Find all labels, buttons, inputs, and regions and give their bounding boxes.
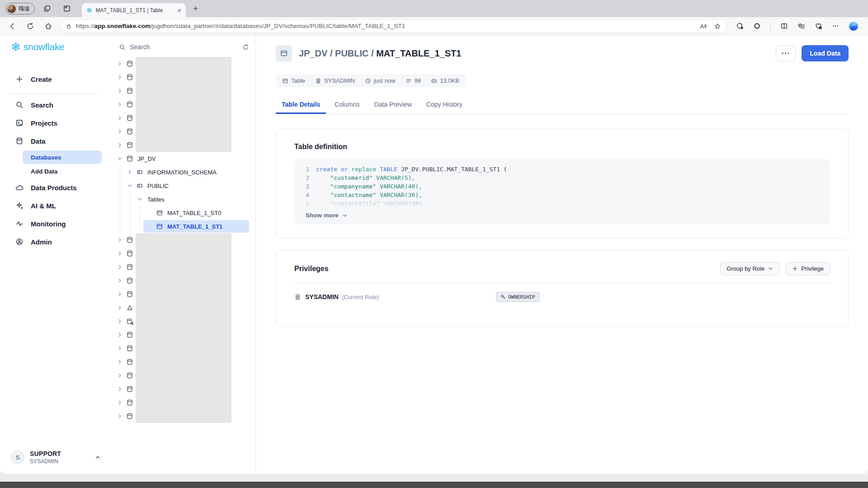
chevron-right-icon[interactable] xyxy=(116,128,123,135)
tree-row-database[interactable] xyxy=(110,260,255,274)
sidebar-item-data[interactable]: Data xyxy=(8,132,102,150)
chevron-right-icon[interactable] xyxy=(116,250,123,257)
chevron-right-icon[interactable] xyxy=(116,413,123,420)
more-actions-button[interactable]: ··· xyxy=(776,45,796,61)
tree-row-public[interactable]: PUBLIC xyxy=(110,179,255,192)
extensions-clover-icon[interactable] xyxy=(753,22,761,30)
read-aloud-icon[interactable] xyxy=(699,23,707,30)
chevron-right-icon[interactable] xyxy=(116,345,123,352)
tree-row-shared-database[interactable] xyxy=(110,314,255,328)
tree-row-database[interactable] xyxy=(110,409,255,423)
tree-row-database[interactable] xyxy=(110,355,255,369)
chevron-right-icon[interactable] xyxy=(116,358,123,366)
new-tab-button[interactable]: + xyxy=(193,4,198,14)
tab-columns[interactable]: Columns xyxy=(329,96,365,114)
back-icon[interactable] xyxy=(5,19,19,33)
chevron-right-icon[interactable] xyxy=(116,277,123,284)
chevron-right-icon[interactable] xyxy=(116,74,123,81)
tree-row-database[interactable] xyxy=(110,382,255,396)
tree-row-database[interactable] xyxy=(110,247,255,260)
chevron-right-icon[interactable] xyxy=(116,87,123,94)
home-icon[interactable] xyxy=(42,19,55,33)
tree-row-database[interactable] xyxy=(110,274,255,287)
chevron-right-icon[interactable] xyxy=(116,331,123,338)
tab-data-preview[interactable]: Data Preview xyxy=(368,96,418,114)
tree-row-information_schema[interactable]: INFORMATION_SCHEMA xyxy=(110,165,255,179)
chevron-right-icon[interactable] xyxy=(116,101,123,108)
group-by-role-button[interactable]: Group by Role xyxy=(720,262,780,275)
chevron-right-icon[interactable] xyxy=(116,291,123,298)
favorites-bar-icon[interactable] xyxy=(797,22,805,30)
address-bar[interactable]: https://app.snowflake.com/jugdhon/cdata_… xyxy=(60,19,727,33)
split-screen-icon[interactable] xyxy=(780,22,788,30)
tree-row-jp_dv[interactable]: JP_DV xyxy=(110,152,255,165)
account-menu[interactable]: S SUPPORT SYSADMIN xyxy=(11,450,101,465)
chevron-right-icon[interactable] xyxy=(116,114,123,122)
sidebar-item-search[interactable]: Search xyxy=(8,96,102,114)
chevron-right-icon[interactable] xyxy=(116,236,123,244)
chevron-right-icon[interactable] xyxy=(126,169,133,176)
tab-table-details[interactable]: Table Details xyxy=(276,96,326,114)
browser-profile-button[interactable]: 職場 xyxy=(5,3,35,14)
sidebar-item-data-products[interactable]: Data Products xyxy=(8,178,102,197)
tree-row-database[interactable] xyxy=(110,57,255,70)
chevron-right-icon[interactable] xyxy=(116,263,123,271)
tree-row-database[interactable] xyxy=(110,70,255,84)
sidebar-item-projects[interactable]: Projects xyxy=(8,114,102,132)
tree-row-database[interactable] xyxy=(110,84,255,98)
tree-row-app[interactable] xyxy=(110,301,255,314)
tree-row-database[interactable] xyxy=(110,342,255,355)
tree-row-database[interactable] xyxy=(110,111,255,125)
copilot-icon[interactable] xyxy=(849,22,858,31)
browser-tab[interactable]: ❄ MAT_TABLE_1_ST1 | Table × xyxy=(82,3,186,17)
add-privilege-button[interactable]: Privilege xyxy=(786,262,830,275)
sidebar-subitem-add-data[interactable]: Add Data xyxy=(23,164,102,178)
refresh-tree-icon[interactable] xyxy=(242,44,249,51)
chevron-right-icon[interactable] xyxy=(116,318,123,325)
tree-row-mat_table_1_st1[interactable]: MAT_TABLE_1_ST1 xyxy=(110,220,255,233)
load-data-button[interactable]: Load Data xyxy=(802,45,849,61)
chevron-right-icon[interactable] xyxy=(116,304,123,311)
tree-search-input[interactable] xyxy=(130,43,238,51)
clock-icon xyxy=(365,78,371,84)
chevron-down-icon[interactable] xyxy=(136,196,143,203)
sidebar-item-monitoring[interactable]: Monitoring xyxy=(8,215,102,233)
sidebar-item-label: Data xyxy=(31,137,46,145)
chevron-right-icon[interactable] xyxy=(116,399,123,406)
tree-row-mat_table_1_st0[interactable]: MAT_TABLE_1_ST0 xyxy=(110,206,255,220)
browser-essentials-icon[interactable] xyxy=(815,22,822,30)
tree-item-label: PUBLIC xyxy=(147,183,169,189)
show-more-button[interactable]: Show more xyxy=(294,208,830,225)
database-icon xyxy=(126,345,133,352)
chevron-right-icon[interactable] xyxy=(116,385,123,393)
password-manager-icon[interactable] xyxy=(736,22,744,30)
tree-row-database[interactable] xyxy=(110,125,255,138)
tab-close-icon[interactable]: × xyxy=(177,7,181,14)
tree-row-tables[interactable]: Tables xyxy=(110,192,255,206)
snowflake-logo[interactable]: ❄ snowflake xyxy=(11,41,102,53)
tab-copy-history[interactable]: Copy History xyxy=(420,96,468,114)
chevron-down-icon[interactable] xyxy=(126,182,133,189)
tree-row-database[interactable] xyxy=(110,233,255,247)
chevron-right-icon[interactable] xyxy=(116,141,123,149)
more-dots-icon[interactable] xyxy=(832,22,840,30)
create-button[interactable]: Create xyxy=(8,70,102,88)
workspaces-icon[interactable] xyxy=(39,2,55,15)
tree-row-database[interactable] xyxy=(110,287,255,301)
tree-row-database[interactable] xyxy=(110,369,255,382)
sidebar-subitem-databases[interactable]: Databases xyxy=(23,150,102,164)
sidebar-item-ai-ml[interactable]: AI & ML xyxy=(8,197,102,215)
chevron-down-icon[interactable] xyxy=(116,155,123,162)
tree-row-database[interactable] xyxy=(110,98,255,111)
refresh-icon[interactable] xyxy=(24,19,37,33)
tree-row-database[interactable] xyxy=(110,138,255,152)
chevron-right-icon[interactable] xyxy=(116,372,123,379)
vertical-tabs-icon[interactable] xyxy=(59,2,75,15)
tree-row-database[interactable] xyxy=(110,396,255,409)
favorite-star-icon[interactable] xyxy=(714,23,721,30)
tree-row-database[interactable] xyxy=(110,328,255,342)
breadcrumb-path[interactable]: JP_DV / PUBLIC / xyxy=(299,48,376,58)
tree-indent-guide xyxy=(120,192,120,206)
sidebar-item-admin[interactable]: Admin xyxy=(8,233,102,251)
chevron-right-icon[interactable] xyxy=(116,60,123,67)
